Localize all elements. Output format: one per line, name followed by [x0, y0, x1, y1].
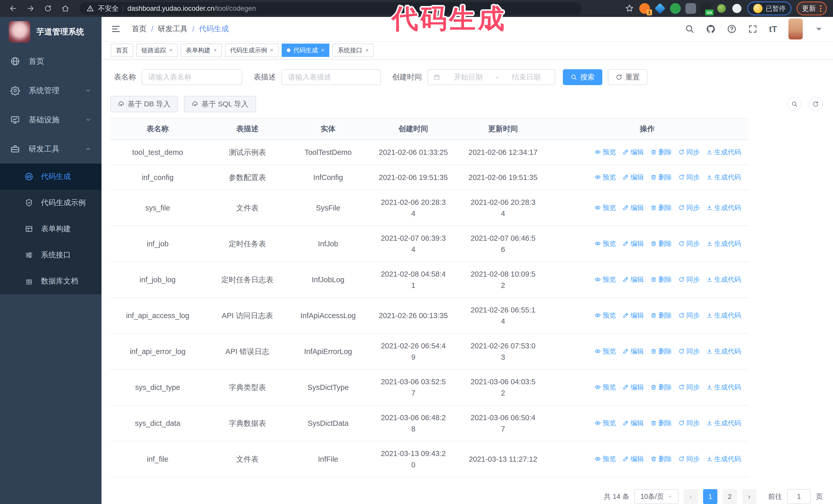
op-生成代码-link[interactable]: 生成代码	[706, 171, 741, 183]
op-预览-link[interactable]: 预览	[595, 453, 616, 464]
tab-close-icon[interactable]: ×	[214, 47, 217, 54]
op-生成代码-link[interactable]: 生成代码	[706, 345, 741, 357]
op-预览-link[interactable]: 预览	[595, 274, 616, 285]
orange-circle-extension-icon[interactable]: 1	[639, 3, 650, 14]
op-同步-link[interactable]: 同步	[679, 345, 700, 357]
reload-icon[interactable]	[41, 2, 55, 16]
back-icon[interactable]	[6, 2, 20, 16]
op-生成代码-link[interactable]: 生成代码	[706, 202, 741, 213]
font-size-icon[interactable]: tT	[769, 24, 777, 34]
breadcrumb-item[interactable]: 首页	[132, 24, 147, 34]
search-button[interactable]: 搜索	[563, 69, 602, 85]
op-编辑-link[interactable]: 编辑	[623, 146, 644, 158]
tab-close-icon[interactable]: ×	[270, 47, 273, 54]
blue-diamond-extension-icon[interactable]	[654, 3, 666, 14]
op-预览-link[interactable]: 预览	[595, 202, 616, 213]
tab-close-icon[interactable]: ×	[169, 47, 172, 54]
reset-button[interactable]: 重置	[608, 69, 647, 85]
page-size-select[interactable]: 10条/页	[634, 489, 679, 504]
op-生成代码-link[interactable]: 生成代码	[706, 381, 741, 393]
op-编辑-link[interactable]: 编辑	[623, 171, 644, 183]
op-生成代码-link[interactable]: 生成代码	[706, 146, 741, 158]
op-删除-link[interactable]: 删除	[650, 202, 672, 213]
op-同步-link[interactable]: 同步	[679, 146, 700, 158]
op-编辑-link[interactable]: 编辑	[623, 238, 644, 249]
op-删除-link[interactable]: 删除	[650, 453, 672, 464]
sidebar-item-系统管理[interactable]: 系统管理	[0, 76, 101, 105]
sidebar-subitem-代码生成[interactable]: 代码生成	[0, 164, 101, 190]
tab-close-icon[interactable]: ×	[365, 47, 368, 54]
breadcrumb-item[interactable]: 研发工具	[158, 24, 188, 34]
op-删除-link[interactable]: 删除	[650, 345, 672, 357]
prev-page-button[interactable]: ‹	[684, 489, 698, 504]
toggle-search-button[interactable]	[787, 97, 802, 111]
github-icon[interactable]	[706, 24, 716, 34]
op-预览-link[interactable]: 预览	[595, 146, 616, 158]
tab-链路追踪[interactable]: 链路追踪×	[136, 44, 177, 57]
hamburger-icon[interactable]	[111, 24, 121, 34]
profile-paused-pill[interactable]: 已暂停	[747, 2, 791, 16]
op-生成代码-link[interactable]: 生成代码	[706, 417, 741, 429]
op-删除-link[interactable]: 删除	[650, 417, 672, 429]
sidebar-subitem-代码生成示例[interactable]: 代码生成示例	[0, 190, 101, 216]
sidebar-logo-row[interactable]: 芋道管理系统	[0, 17, 101, 47]
op-编辑-link[interactable]: 编辑	[623, 417, 644, 429]
op-同步-link[interactable]: 同步	[679, 202, 700, 213]
op-同步-link[interactable]: 同步	[679, 274, 700, 285]
tab-表单构建[interactable]: 表单构建×	[181, 44, 222, 57]
avatar-caret-down-icon[interactable]	[814, 24, 824, 34]
op-编辑-link[interactable]: 编辑	[623, 202, 644, 213]
op-生成代码-link[interactable]: 生成代码	[706, 310, 741, 321]
page-button-1[interactable]: 1	[703, 489, 717, 504]
op-预览-link[interactable]: 预览	[595, 310, 616, 321]
fullscreen-icon[interactable]	[748, 24, 758, 34]
op-同步-link[interactable]: 同步	[679, 381, 700, 393]
op-预览-link[interactable]: 预览	[595, 417, 616, 429]
op-编辑-link[interactable]: 编辑	[623, 310, 644, 321]
sidebar-subitem-数据库文档[interactable]: 数据库文档	[0, 268, 101, 294]
table-desc-input[interactable]	[281, 69, 381, 85]
op-预览-link[interactable]: 预览	[595, 345, 616, 357]
sidebar-subitem-表单构建[interactable]: 表单构建	[0, 216, 101, 242]
op-删除-link[interactable]: 删除	[650, 381, 672, 393]
op-预览-link[interactable]: 预览	[595, 381, 616, 393]
browser-update-button[interactable]: 更新	[796, 2, 827, 16]
tab-首页[interactable]: 首页	[111, 44, 133, 57]
op-删除-link[interactable]: 删除	[650, 146, 672, 158]
op-编辑-link[interactable]: 编辑	[623, 453, 644, 464]
puzzle-extension-icon[interactable]	[732, 4, 741, 13]
op-生成代码-link[interactable]: 生成代码	[706, 274, 741, 285]
op-删除-link[interactable]: 删除	[650, 274, 672, 285]
goto-page-input[interactable]	[787, 489, 811, 504]
op-编辑-link[interactable]: 编辑	[623, 381, 644, 393]
op-同步-link[interactable]: 同步	[679, 453, 700, 464]
tab-代码生成[interactable]: 代码生成×	[282, 44, 330, 57]
op-同步-link[interactable]: 同步	[679, 238, 700, 249]
refresh-table-button[interactable]	[808, 97, 823, 111]
op-同步-link[interactable]: 同步	[679, 310, 700, 321]
help-icon[interactable]	[727, 24, 737, 34]
table-name-input[interactable]	[142, 69, 242, 85]
green-bot-extension-icon[interactable]	[717, 4, 726, 13]
sidebar-item-基础设施[interactable]: 基础设施	[0, 105, 101, 134]
op-删除-link[interactable]: 删除	[650, 238, 672, 249]
grid-extension-icon[interactable]	[685, 3, 696, 14]
green-check-extension-icon[interactable]	[670, 3, 681, 14]
next-page-button[interactable]: ›	[742, 489, 756, 504]
op-生成代码-link[interactable]: 生成代码	[706, 453, 741, 464]
tab-系统接口[interactable]: 系统接口×	[332, 44, 374, 57]
op-同步-link[interactable]: 同步	[679, 417, 700, 429]
op-同步-link[interactable]: 同步	[679, 171, 700, 183]
op-生成代码-link[interactable]: 生成代码	[706, 238, 741, 249]
sidebar-item-研发工具[interactable]: 研发工具	[0, 134, 101, 164]
page-button-2[interactable]: 2	[722, 489, 737, 504]
op-删除-link[interactable]: 删除	[650, 171, 672, 183]
address-bar[interactable]: 不安全 dashboard.yudao.iocoder.cn/tool/code…	[79, 2, 582, 15]
op-编辑-link[interactable]: 编辑	[623, 345, 644, 357]
bookmark-star-icon[interactable]	[625, 4, 634, 13]
date-range-picker[interactable]: 开始日期 - 结束日期	[428, 69, 555, 85]
sidebar-subitem-系统接口[interactable]: 系统接口	[0, 242, 101, 268]
forward-icon[interactable]	[24, 2, 38, 16]
op-删除-link[interactable]: 删除	[650, 310, 672, 321]
tab-close-icon[interactable]: ×	[321, 47, 325, 54]
